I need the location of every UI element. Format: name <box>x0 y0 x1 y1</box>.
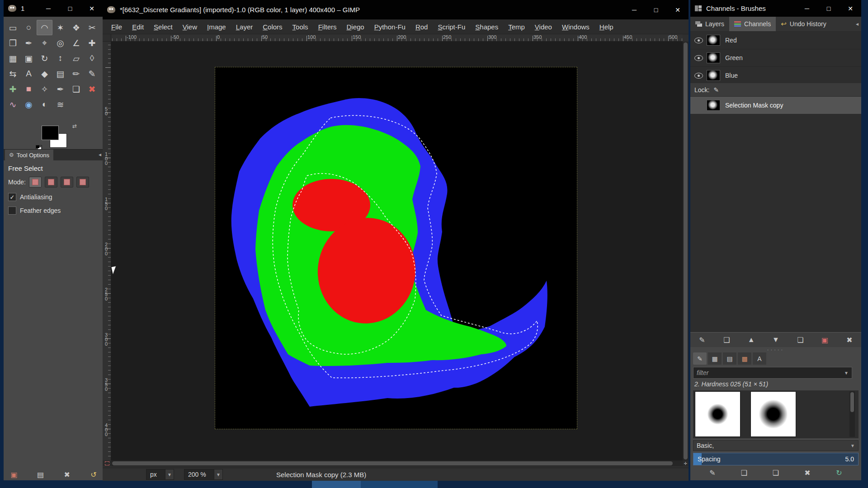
channels-list-empty-area[interactable] <box>690 114 861 332</box>
menu-view[interactable]: View <box>178 23 202 31</box>
brush-grid-scrollbar[interactable] <box>849 391 855 437</box>
menu-colors[interactable]: Colors <box>258 23 287 31</box>
bucket-fill-tool-button[interactable]: ◆ <box>37 66 52 81</box>
smudge-tool-button[interactable]: ∿ <box>5 97 21 112</box>
vertical-scrollbar-thumb[interactable] <box>684 42 688 460</box>
vertical-scrollbar[interactable] <box>683 42 689 460</box>
select-by-color-tool-button[interactable]: ❖ <box>68 20 84 35</box>
patterns-tab[interactable]: ▦ <box>708 352 722 365</box>
menu-rod[interactable]: Rod <box>410 23 433 31</box>
new-brush-button[interactable]: ❑ <box>738 467 750 479</box>
edit-channel-attributes-button[interactable]: ✎ <box>696 334 708 346</box>
visibility-toggle[interactable] <box>690 38 707 43</box>
shear-tool-button[interactable]: ▱ <box>68 51 84 66</box>
perspective-tool-button[interactable]: ◊ <box>84 51 100 66</box>
palettes-tab[interactable]: ▩ <box>738 352 751 365</box>
brush-tile-hardness-050[interactable] <box>750 391 796 437</box>
rectangle-select-tool-button[interactable]: ▭ <box>5 20 21 35</box>
brush-tag-dropdown[interactable]: Basic, ▼ <box>693 440 859 451</box>
delete-saved-tool-options-button[interactable]: ✖ <box>61 469 73 480</box>
mode-intersect-button[interactable] <box>76 177 89 188</box>
maximize-button[interactable]: □ <box>645 0 667 19</box>
menu-edit[interactable]: Edit <box>127 23 149 31</box>
duplicate-channel-button[interactable]: ❏ <box>794 334 806 346</box>
menu-tools[interactable]: Tools <box>288 23 313 31</box>
fonts-tab[interactable]: A <box>753 352 766 365</box>
image-canvas[interactable] <box>215 67 577 429</box>
menu-python-fu[interactable]: Python-Fu <box>369 23 410 31</box>
new-channel-button[interactable]: ❑ <box>721 334 732 346</box>
close-button[interactable]: ✕ <box>667 0 689 19</box>
paintbrush-tool-button[interactable]: ✎ <box>84 66 100 81</box>
unit-dropdown[interactable]: px ▼ <box>146 469 174 480</box>
mode-subtract-button[interactable] <box>61 177 73 188</box>
chevron-down-icon[interactable]: ▼ <box>214 469 222 479</box>
channel-row-green[interactable]: Green <box>690 49 861 67</box>
tool-options-tab[interactable]: ⚙ Tool Options <box>5 150 53 160</box>
chevron-down-icon[interactable]: ▼ <box>850 443 858 448</box>
flip-tool-button[interactable]: ⇆ <box>5 66 21 81</box>
dock-titlebar[interactable]: Channels - Brushes ─ □ ✕ <box>690 0 861 17</box>
zoom-tool-button[interactable]: ◎ <box>52 35 68 51</box>
close-button[interactable]: ✕ <box>840 0 861 17</box>
vertical-ruler[interactable]: 50100150200250300350400 <box>103 42 111 460</box>
eraser-tool-button[interactable]: ■ <box>21 81 37 97</box>
minimize-button[interactable]: ─ <box>38 0 59 17</box>
tab-layers[interactable]: Layers <box>690 17 729 31</box>
move-tool-button[interactable]: ✚ <box>84 35 100 51</box>
scissors-select-tool-button[interactable]: ✂ <box>84 20 100 35</box>
clone-tool-button[interactable]: ❏ <box>68 81 84 97</box>
feather-edges-checkbox[interactable] <box>8 206 16 215</box>
menu-script-fu[interactable]: Script-Fu <box>433 23 470 31</box>
menu-filters[interactable]: Filters <box>313 23 342 31</box>
menu-help[interactable]: Help <box>594 23 618 31</box>
warp-transform-tool-button[interactable]: ≋ <box>52 97 68 112</box>
minimize-button[interactable]: ─ <box>623 0 645 19</box>
menu-video[interactable]: Video <box>530 23 557 31</box>
spacing-slider[interactable]: Spacing 5.0 <box>693 453 859 465</box>
image-window-titlebar[interactable]: *[6632_Discrete Gradiants] (imported)-1.… <box>103 0 689 19</box>
brushes-tab[interactable]: ✎ <box>693 352 707 365</box>
dodge-burn-tool-button[interactable]: ◐ <box>37 97 52 112</box>
menu-windows[interactable]: Windows <box>557 23 594 31</box>
antialiasing-checkbox[interactable]: ✓ <box>8 193 16 201</box>
close-button[interactable]: ✕ <box>81 0 103 17</box>
delete-brush-button[interactable]: ✖ <box>802 467 813 479</box>
mode-replace-button[interactable] <box>29 177 42 188</box>
blur-sharpen-tool-button[interactable]: ◉ <box>21 97 37 112</box>
raise-channel-button[interactable]: ▲ <box>745 334 757 346</box>
tool-options-menu-icon[interactable]: ◂ <box>99 151 101 158</box>
heal-tool-button[interactable]: ✚ <box>5 81 21 97</box>
zoom-dropdown[interactable]: 200 % ▼ <box>184 469 223 480</box>
foreground-color-swatch[interactable] <box>42 126 59 140</box>
maximize-button[interactable]: □ <box>59 0 81 17</box>
quick-mask-button[interactable] <box>103 460 111 466</box>
duplicate-brush-button[interactable]: ❏ <box>770 467 782 479</box>
foreground-select-tool-button[interactable]: ❒ <box>5 35 21 51</box>
airbrush-tool-button[interactable]: ✧ <box>37 81 52 97</box>
canvas-viewport[interactable] <box>111 42 683 460</box>
free-select-tool-button[interactable]: ◠ <box>37 20 52 35</box>
gradients-tab[interactable]: ▤ <box>723 352 736 365</box>
mypaint-brush-tool-button[interactable]: ✖ <box>84 81 100 97</box>
rotate-tool-button[interactable]: ↻ <box>37 51 52 66</box>
tab-undo-history[interactable]: ↩ Undo History <box>776 17 831 31</box>
visibility-toggle[interactable] <box>690 55 707 61</box>
menu-temp[interactable]: Temp <box>503 23 530 31</box>
paths-tool-button[interactable]: ✒ <box>21 35 37 51</box>
measure-tool-button[interactable]: ∠ <box>68 35 84 51</box>
align-tool-button[interactable]: ▦ <box>5 51 21 66</box>
channel-row-blue[interactable]: Blue <box>690 67 861 84</box>
edit-brush-button[interactable]: ✎ <box>707 467 718 479</box>
dock-splitter[interactable]: ····· <box>690 347 861 352</box>
save-tool-options-button[interactable]: ▣ <box>8 469 20 480</box>
channel-row-selection-mask-copy[interactable]: Selection Mask copy <box>690 97 861 114</box>
scale-tool-button[interactable]: ↕ <box>52 51 68 66</box>
chevron-down-icon[interactable]: ▼ <box>844 371 852 375</box>
text-tool-button[interactable]: A <box>21 66 37 81</box>
restore-tool-options-button[interactable]: ▤ <box>35 469 47 480</box>
dock-menu-icon[interactable]: ◂ <box>856 21 861 27</box>
menu-layer[interactable]: Layer <box>231 23 258 31</box>
channel-row-red[interactable]: Red <box>690 32 861 49</box>
horizontal-scrollbar[interactable] <box>111 460 683 466</box>
